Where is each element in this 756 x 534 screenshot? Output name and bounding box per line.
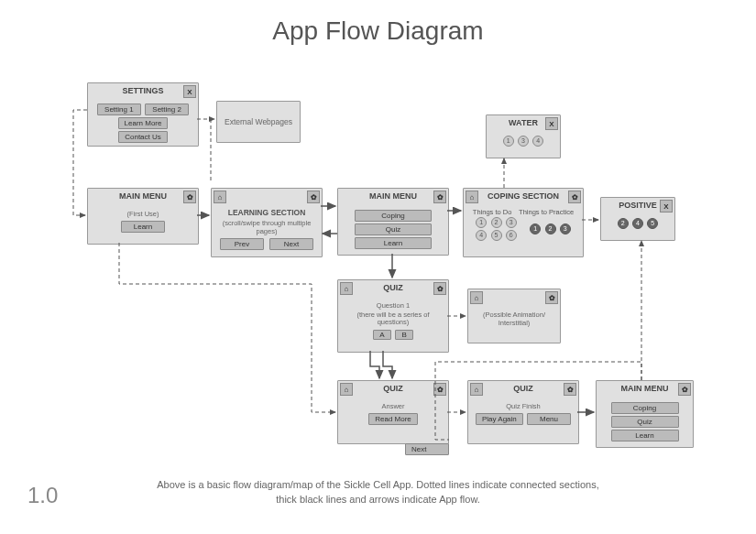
- quiz-button[interactable]: Quiz: [355, 223, 432, 235]
- menu-button[interactable]: Menu: [527, 413, 571, 425]
- gear-icon[interactable]: ✿: [545, 291, 558, 304]
- positive-num[interactable]: 5: [647, 218, 658, 229]
- card-learning: ⌂ ✿ LEARNING SECTION (scroll/swipe throu…: [211, 188, 323, 257]
- gear-icon[interactable]: ✿: [678, 383, 691, 396]
- home-icon[interactable]: ⌂: [340, 282, 353, 295]
- coping-num[interactable]: 5: [491, 230, 502, 241]
- connectors: [0, 0, 756, 534]
- gear-icon[interactable]: ✿: [433, 383, 446, 396]
- quiz-b-button[interactable]: B: [395, 330, 413, 340]
- gear-icon[interactable]: ✿: [433, 282, 446, 295]
- settings-title: SETTINGS: [122, 86, 163, 95]
- gear-icon[interactable]: ✿: [183, 191, 196, 203]
- card-coping: ⌂ COPING SECTION ✿ Things to Do Things t…: [463, 188, 584, 257]
- learn-button[interactable]: Learn: [611, 430, 679, 441]
- card-settings: SETTINGS X Setting 1 Setting 2 Learn Mor…: [87, 82, 199, 147]
- coping-col2: Things to Practice: [519, 208, 574, 216]
- mainmenu1-sub: (First Use): [93, 210, 192, 218]
- learnmore-button[interactable]: Learn More: [118, 117, 169, 129]
- prev-button[interactable]: Prev: [220, 238, 264, 250]
- coping-num[interactable]: 3: [560, 223, 571, 234]
- quiz2-sub: Answer: [344, 402, 443, 410]
- water-num[interactable]: 3: [518, 136, 529, 147]
- close-icon[interactable]: X: [660, 200, 673, 213]
- close-icon[interactable]: X: [545, 117, 558, 130]
- gear-icon[interactable]: ✿: [307, 191, 320, 203]
- coping-num[interactable]: 6: [506, 230, 517, 241]
- quiz1-title: QUIZ: [383, 283, 403, 292]
- learn-button[interactable]: Learn: [355, 237, 432, 249]
- coping-num[interactable]: 1: [530, 223, 541, 234]
- card-interstitial: ⌂ ✿ (Possible Animation/ Interstitial): [467, 289, 561, 343]
- gear-icon[interactable]: ✿: [568, 191, 581, 203]
- quiz2-title: QUIZ: [383, 384, 403, 393]
- card-mainmenu2: MAIN MENU ✿ Coping Quiz Learn: [337, 188, 449, 256]
- caption: Above is a basic flow diagram/map of the…: [0, 478, 756, 507]
- card-external: External Webpages: [216, 101, 301, 143]
- learning-sub: (scroll/swipe through multiple pages): [217, 219, 316, 235]
- coping-num[interactable]: 1: [476, 217, 487, 228]
- learning-title: LEARNING SECTION: [217, 208, 316, 217]
- readmore-button[interactable]: Read More: [368, 413, 418, 425]
- interstitial-label: (Possible Animation/ Interstitial): [474, 311, 554, 327]
- card-positive: POSITIVE X 2 4 5: [600, 197, 675, 241]
- home-icon[interactable]: ⌂: [214, 191, 226, 203]
- external-label: External Webpages: [225, 117, 292, 126]
- quiz3-title: QUIZ: [513, 384, 533, 393]
- home-icon[interactable]: ⌂: [466, 191, 478, 203]
- coping-button[interactable]: Coping: [355, 210, 432, 222]
- card-quiz2: ⌂ QUIZ ✿ Answer Read More Next: [337, 380, 449, 444]
- mainmenu1-title: MAIN MENU: [119, 191, 167, 201]
- mainmenu2-title: MAIN MENU: [369, 191, 417, 201]
- page-title: App Flow Diagram: [0, 16, 756, 46]
- contactus-button[interactable]: Contact Us: [118, 131, 168, 143]
- water-num[interactable]: 4: [532, 136, 543, 147]
- close-icon[interactable]: X: [183, 85, 196, 98]
- next-button[interactable]: Next: [269, 238, 313, 250]
- coping-button[interactable]: Coping: [611, 402, 679, 414]
- coping-title: COPING SECTION: [488, 191, 559, 201]
- setting1-button[interactable]: Setting 1: [97, 104, 141, 115]
- home-icon[interactable]: ⌂: [470, 383, 483, 396]
- positive-title: POSITIVE: [619, 201, 657, 210]
- coping-num[interactable]: 2: [491, 217, 502, 228]
- quiz3-sub: Quiz Finish: [474, 402, 573, 410]
- card-mainmenu-first: MAIN MENU ✿ (First Use) Learn: [87, 188, 199, 245]
- playagain-button[interactable]: Play Again: [476, 413, 523, 425]
- card-quiz3: ⌂ QUIZ ✿ Quiz Finish Play Again Menu: [467, 380, 579, 444]
- quiz-button[interactable]: Quiz: [611, 416, 679, 428]
- home-icon[interactable]: ⌂: [340, 383, 353, 396]
- next-button[interactable]: Next: [405, 443, 449, 455]
- water-num[interactable]: 1: [503, 136, 514, 147]
- positive-num[interactable]: 2: [618, 218, 629, 229]
- mainmenu3-title: MAIN MENU: [621, 384, 669, 393]
- gear-icon[interactable]: ✿: [433, 191, 446, 203]
- quiz1-sub2: (there will be a series of questions): [344, 311, 443, 327]
- coping-num[interactable]: 3: [506, 217, 517, 228]
- water-title: WATER: [509, 118, 538, 127]
- gear-icon[interactable]: ✿: [564, 383, 576, 396]
- coping-col1: Things to Do: [473, 208, 512, 216]
- card-quiz1: ⌂ QUIZ ✿ Question 1 (there will be a ser…: [337, 279, 449, 353]
- setting2-button[interactable]: Setting 2: [145, 104, 189, 115]
- quiz-a-button[interactable]: A: [373, 330, 391, 340]
- positive-num[interactable]: 4: [632, 218, 643, 229]
- learn-button[interactable]: Learn: [121, 221, 165, 233]
- quiz1-sub1: Question 1: [344, 301, 443, 310]
- card-water: WATER X 1 3 4: [486, 114, 561, 158]
- home-icon[interactable]: ⌂: [470, 291, 483, 304]
- coping-num[interactable]: 4: [476, 230, 487, 241]
- card-mainmenu3: MAIN MENU ✿ Coping Quiz Learn: [596, 380, 694, 448]
- coping-num[interactable]: 2: [545, 223, 556, 234]
